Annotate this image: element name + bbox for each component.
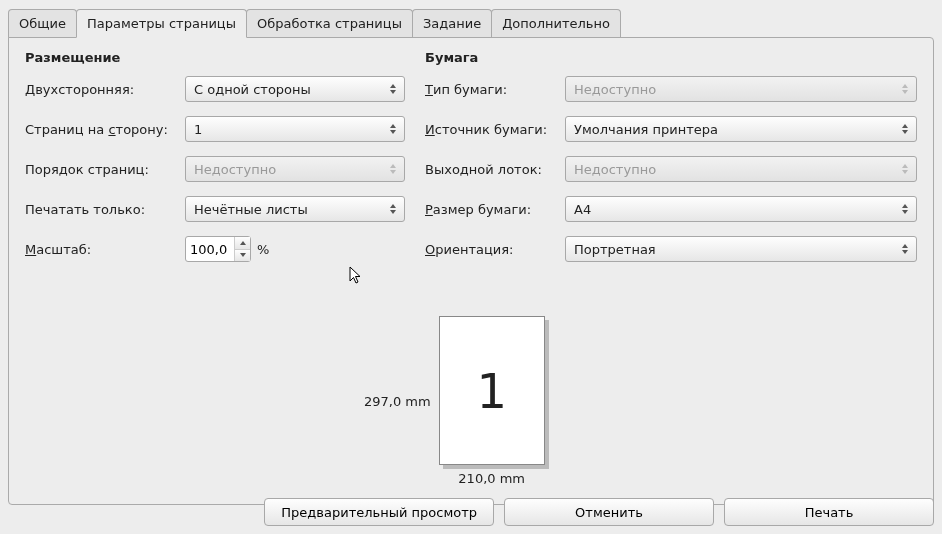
tab-panel: Размещение Двухсторонняя: С одной сторон… [8,37,934,505]
dropdown-arrows-icon [386,120,400,138]
dropdown-arrows-icon [898,200,912,218]
paper-source-value: Умолчания принтера [574,122,718,137]
print-only-combo[interactable]: Нечётные листы [185,196,405,222]
orientation-combo[interactable]: Портретная [565,236,917,262]
dropdown-arrows-icon [386,80,400,98]
paper-section-title: Бумага [425,50,917,65]
pages-per-side-combo[interactable]: 1 [185,116,405,142]
layout-section-title: Размещение [25,50,405,65]
dropdown-arrows-icon [898,80,912,98]
output-tray-value: Недоступно [574,162,656,177]
orientation-label: Ориентация: [425,242,565,257]
preview-page-number: 1 [476,363,507,419]
scale-input[interactable] [186,237,234,261]
paper-source-label: Источник бумаги: [425,122,565,137]
cancel-button[interactable]: Отменить [504,498,714,526]
dropdown-arrows-icon [386,200,400,218]
tab-advanced[interactable]: Дополнительно [491,9,621,38]
tab-bar: Общие Параметры страницы Обработка стран… [0,0,942,37]
page-preview: 297,0 mm 1 210,0 mm [364,316,545,486]
pages-per-side-label: Страниц на сторону: [25,122,185,137]
page-order-value: Недоступно [194,162,276,177]
dropdown-arrows-icon [898,240,912,258]
paper-type-label: Тип бумаги: [425,82,565,97]
paper-size-label: Размер бумаги: [425,202,565,217]
dropdown-arrows-icon [898,160,912,178]
tab-job[interactable]: Задание [412,9,492,38]
tab-page-params[interactable]: Параметры страницы [76,9,247,38]
tab-page-processing[interactable]: Обработка страницы [246,9,413,38]
dropdown-arrows-icon [898,120,912,138]
output-tray-label: Выходной лоток: [425,162,565,177]
scale-spinner[interactable] [185,236,251,262]
paper-type-combo: Недоступно [565,76,917,102]
dialog-footer: Предварительный просмотр Отменить Печать [264,498,934,526]
orientation-value: Портретная [574,242,656,257]
page-order-label: Порядок страниц: [25,162,185,177]
duplex-combo[interactable]: С одной стороны [185,76,405,102]
print-only-label: Печатать только: [25,202,185,217]
print-only-value: Нечётные листы [194,202,308,217]
output-tray-combo: Недоступно [565,156,917,182]
duplex-value: С одной стороны [194,82,311,97]
page-order-combo: Недоступно [185,156,405,182]
scale-down-button[interactable] [235,250,250,262]
preview-page: 1 [439,316,545,465]
duplex-label: Двухсторонняя: [25,82,185,97]
dropdown-arrows-icon [386,160,400,178]
paper-type-value: Недоступно [574,82,656,97]
scale-up-button[interactable] [235,237,250,250]
paper-source-combo[interactable]: Умолчания принтера [565,116,917,142]
pages-per-side-value: 1 [194,122,202,137]
scale-label: Масштаб: [25,242,185,257]
preview-button[interactable]: Предварительный просмотр [264,498,494,526]
scale-unit: % [257,242,269,257]
paper-size-value: A4 [574,202,591,217]
print-button[interactable]: Печать [724,498,934,526]
tab-general[interactable]: Общие [8,9,77,38]
paper-size-combo[interactable]: A4 [565,196,917,222]
preview-height: 297,0 mm [364,394,431,409]
preview-width: 210,0 mm [458,471,525,486]
